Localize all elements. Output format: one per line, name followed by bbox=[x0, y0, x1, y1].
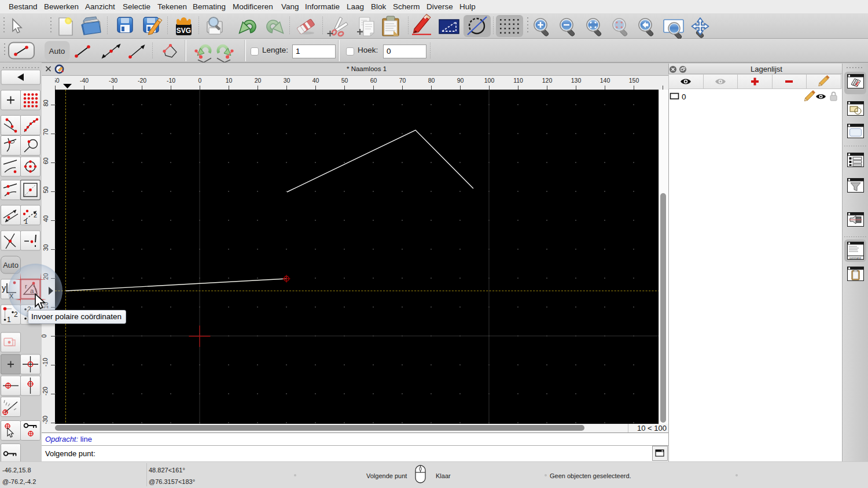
svg-text:Auto: Auto bbox=[49, 47, 65, 56]
svg-text:0: 0 bbox=[682, 93, 686, 101]
svg-text:command: command bbox=[849, 257, 861, 260]
svg-text:y: y bbox=[2, 283, 6, 293]
svg-text:1: 1 bbox=[24, 218, 28, 225]
svg-text:Auto: Auto bbox=[3, 261, 19, 269]
svg-text:SVG: SVG bbox=[176, 27, 191, 35]
svg-text:2: 2 bbox=[34, 212, 37, 219]
svg-text:1: 1 bbox=[7, 316, 11, 324]
